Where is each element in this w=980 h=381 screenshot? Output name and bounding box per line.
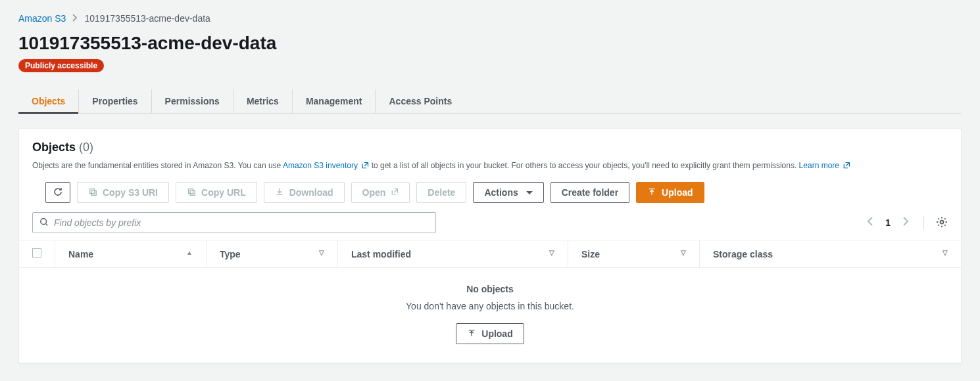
desc-text-1: Objects are the fundamental entities sto… bbox=[32, 161, 283, 170]
pager-prev[interactable] bbox=[864, 214, 876, 231]
chevron-right-icon bbox=[72, 14, 78, 24]
empty-upload-button[interactable]: Upload bbox=[456, 323, 524, 344]
column-last-modified[interactable]: Last modified ▽ bbox=[338, 240, 568, 268]
pager-next[interactable] bbox=[900, 214, 912, 231]
column-storage-class-label: Storage class bbox=[713, 249, 773, 259]
search-icon bbox=[39, 217, 49, 229]
learn-more-text: Learn more bbox=[799, 161, 839, 170]
refresh-icon bbox=[53, 187, 63, 199]
upload-button[interactable]: Upload bbox=[636, 182, 704, 203]
copy-s3-uri-button[interactable]: Copy S3 URI bbox=[77, 182, 169, 203]
tab-permissions[interactable]: Permissions bbox=[152, 89, 233, 113]
svg-point-5 bbox=[941, 220, 944, 223]
inventory-link-text: Amazon S3 inventory bbox=[283, 161, 358, 170]
column-type-label: Type bbox=[220, 249, 241, 259]
open-label: Open bbox=[362, 187, 386, 198]
refresh-button[interactable] bbox=[45, 182, 70, 203]
delete-button[interactable]: Delete bbox=[416, 182, 466, 203]
gear-icon bbox=[936, 216, 948, 228]
objects-count: (0) bbox=[79, 141, 93, 154]
download-icon bbox=[275, 187, 284, 198]
pager-current-page: 1 bbox=[885, 217, 891, 228]
sort-icon: ▽ bbox=[549, 249, 554, 256]
svg-rect-1 bbox=[91, 190, 96, 195]
upload-label: Upload bbox=[662, 187, 693, 198]
public-access-badge: Publicly accessible bbox=[18, 59, 104, 72]
tab-properties[interactable]: Properties bbox=[79, 89, 151, 113]
column-name-label: Name bbox=[68, 249, 93, 259]
breadcrumb-root-link[interactable]: Amazon S3 bbox=[18, 13, 66, 24]
create-folder-button[interactable]: Create folder bbox=[551, 182, 629, 203]
select-all-header bbox=[19, 240, 55, 268]
sort-icon: ▽ bbox=[319, 249, 324, 256]
copy-icon bbox=[187, 187, 196, 198]
copy-url-label: Copy URL bbox=[201, 187, 246, 198]
settings-button[interactable] bbox=[936, 216, 948, 230]
tab-bar: Objects Properties Permissions Metrics M… bbox=[18, 89, 962, 114]
create-folder-label: Create folder bbox=[562, 187, 618, 198]
objects-panel: Objects (0) Objects are the fundamental … bbox=[18, 128, 962, 363]
toolbar: Copy S3 URI Copy URL Download Open bbox=[32, 182, 948, 203]
open-button[interactable]: Open bbox=[351, 182, 410, 203]
tab-management[interactable]: Management bbox=[293, 89, 376, 113]
panel-description: Objects are the fundamental entities sto… bbox=[32, 160, 948, 173]
divider bbox=[923, 215, 924, 230]
empty-upload-label: Upload bbox=[481, 328, 512, 339]
tab-objects[interactable]: Objects bbox=[18, 89, 79, 113]
delete-label: Delete bbox=[428, 187, 455, 198]
sort-icon: ▽ bbox=[681, 249, 686, 256]
empty-title: No objects bbox=[19, 284, 961, 294]
external-link-icon bbox=[391, 187, 399, 198]
sort-asc-icon: ▲ bbox=[186, 249, 193, 256]
empty-state: No objects You don't have any objects in… bbox=[19, 268, 961, 363]
search-box[interactable] bbox=[32, 212, 436, 233]
copy-s3-uri-label: Copy S3 URI bbox=[103, 187, 158, 198]
caret-down-icon bbox=[526, 191, 533, 194]
sort-icon: ▽ bbox=[943, 249, 948, 256]
download-button[interactable]: Download bbox=[264, 182, 345, 203]
breadcrumb: Amazon S3 101917355513-acme-dev-data bbox=[18, 13, 962, 24]
page-title: 101917355513-acme-dev-data bbox=[18, 33, 962, 54]
column-type[interactable]: Type ▽ bbox=[207, 240, 338, 268]
filter-row: 1 bbox=[19, 203, 961, 240]
actions-label: Actions bbox=[484, 187, 518, 198]
objects-table: Name ▲ Type ▽ Last modified ▽ Size ▽ bbox=[19, 240, 961, 268]
learn-more-link[interactable]: Learn more bbox=[799, 161, 851, 170]
upload-icon bbox=[467, 328, 476, 340]
empty-subtitle: You don't have any objects in this bucke… bbox=[19, 301, 961, 311]
panel-title-text: Objects bbox=[32, 141, 76, 154]
column-last-modified-label: Last modified bbox=[351, 249, 411, 259]
svg-point-4 bbox=[41, 218, 47, 224]
copy-icon bbox=[88, 187, 97, 198]
tab-access-points[interactable]: Access Points bbox=[376, 89, 465, 113]
external-link-icon bbox=[843, 161, 850, 173]
svg-rect-2 bbox=[189, 189, 193, 193]
pager: 1 bbox=[864, 214, 948, 231]
table-header-row: Name ▲ Type ▽ Last modified ▽ Size ▽ bbox=[19, 240, 961, 268]
column-size[interactable]: Size ▽ bbox=[568, 240, 700, 268]
actions-dropdown[interactable]: Actions bbox=[473, 182, 543, 203]
tab-metrics[interactable]: Metrics bbox=[233, 89, 293, 113]
desc-text-2: to get a list of all objects in your buc… bbox=[372, 161, 799, 170]
download-label: Download bbox=[289, 187, 333, 198]
svg-rect-0 bbox=[90, 189, 95, 193]
copy-url-button[interactable]: Copy URL bbox=[176, 182, 257, 203]
column-name[interactable]: Name ▲ bbox=[55, 240, 207, 268]
svg-rect-3 bbox=[190, 190, 195, 195]
select-all-checkbox[interactable] bbox=[32, 248, 41, 258]
upload-icon bbox=[647, 187, 656, 198]
breadcrumb-current: 101917355513-acme-dev-data bbox=[84, 13, 210, 24]
inventory-link[interactable]: Amazon S3 inventory bbox=[283, 161, 372, 170]
column-storage-class[interactable]: Storage class ▽ bbox=[700, 240, 962, 268]
external-link-icon bbox=[361, 161, 369, 173]
column-size-label: Size bbox=[581, 249, 600, 259]
panel-title: Objects (0) bbox=[32, 141, 948, 154]
search-input[interactable] bbox=[54, 217, 429, 228]
